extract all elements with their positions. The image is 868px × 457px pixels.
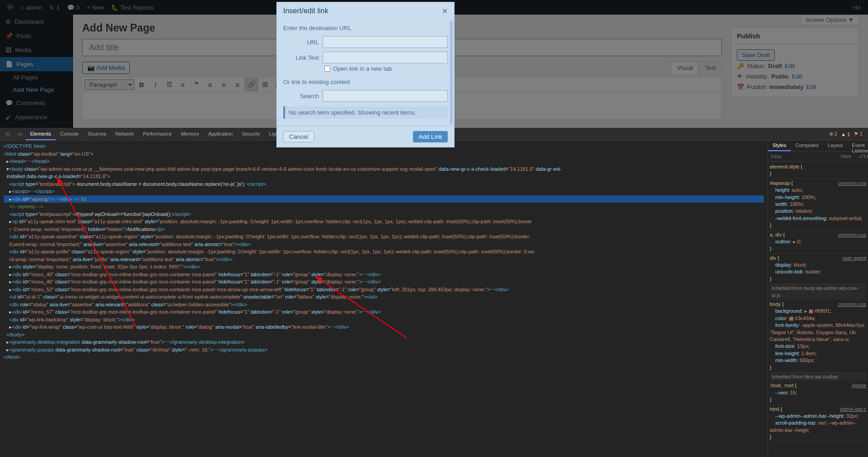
device-icon[interactable]: ▭ [14, 131, 26, 137]
close-icon[interactable]: ✕ [442, 7, 448, 16]
dom-line[interactable]: ▸<div id="wp-link-wrap" class="wp-core-u… [4, 323, 764, 331]
edit-status-link[interactable]: Edit [785, 63, 795, 69]
edit-visibility-link[interactable]: Edit [792, 73, 802, 80]
numbered-list-button[interactable]: ≡ [176, 78, 189, 91]
menu-dashboard[interactable]: ⚙Dashboard [0, 15, 73, 29]
dom-line[interactable]: ▾<body class="wp-admin wp-core-ui js __f… [4, 165, 764, 173]
dom-line[interactable]: rd-wrap: normal !important;" aria-live="… [4, 256, 764, 263]
add-media-button[interactable]: 📷Add Media [82, 62, 130, 74]
or-link-label: Or link to existing content [283, 76, 448, 88]
dom-line[interactable]: <!-- wpwrap --> [4, 203, 764, 210]
devtools-tab-application[interactable]: Application [204, 128, 238, 140]
submenu-add-new[interactable]: Add New Page [0, 84, 73, 96]
dom-line[interactable]: r: 0;word-wrap: normal !important;" hidd… [4, 226, 764, 233]
dom-line[interactable]: ▸<div id="wpwrap">⋯</div> == $0 [4, 195, 764, 203]
test-reports[interactable]: 🐛Test Reports [107, 4, 157, 11]
inspect-icon[interactable]: ◰ [2, 131, 14, 137]
dom-line[interactable]: <script type="text/javascript"> document… [4, 180, 764, 188]
comment-icon: 💬 [5, 100, 13, 106]
issue-count[interactable]: ⚑ 1 [854, 131, 863, 137]
updates[interactable]: ↻1 [46, 4, 63, 11]
dom-line[interactable]: <div role="status" aria-live="assertive"… [4, 301, 764, 309]
align-center-button[interactable]: ≡ [217, 78, 230, 91]
site-link[interactable]: ⌂admin [17, 4, 46, 11]
screen-options-button[interactable]: Screen Options ▼ [800, 15, 859, 25]
link-text-input[interactable] [323, 52, 448, 63]
dom-tree[interactable]: <!DOCTYPE html><html class="wp-toolbar" … [0, 141, 767, 457]
dom-line[interactable]: ▸<div id="mceu_52" class="mce-toolbar-gr… [4, 286, 764, 294]
styles-rules[interactable]: element.style {}#wpwrap {common.cssheigh… [768, 162, 868, 457]
dom-line[interactable]: <div id="a11y-speak-assertive" class="a1… [4, 233, 764, 241]
bold-button[interactable]: B [135, 78, 148, 91]
dom-line[interactable]: ▸<script>⋯</script> [4, 188, 764, 195]
dom-line[interactable]: <script type="text/javascript">if(typeof… [4, 210, 764, 218]
fullscreen-icon[interactable]: ⛶ [858, 1, 864, 8]
devtools-tab-memory[interactable]: Memory [176, 128, 204, 140]
styles-tab-event listener[interactable]: Event Listener [847, 141, 868, 151]
dom-line[interactable]: installed data-new-gr-c-s-loaded="14.118… [4, 173, 764, 180]
styles-tabs: StylesComputedLayoutEvent Listener [768, 141, 868, 152]
dashboard-icon: ⚙ [5, 18, 11, 25]
dom-line[interactable]: </body> [4, 331, 764, 339]
link-button[interactable]: 🔗 [245, 78, 258, 91]
dom-line[interactable]: ▸<head>⋯</head> [4, 158, 764, 165]
new-content[interactable]: +New [83, 4, 108, 11]
wp-logo[interactable]: ⓦ [4, 3, 17, 11]
dom-line[interactable]: ▸<div id="mceu_46" class="mce-toolbar-gr… [4, 278, 764, 286]
comments-count[interactable]: 💬0 [64, 4, 83, 11]
align-left-button[interactable]: ≡ [204, 78, 217, 91]
hov-toggle[interactable]: :hov [836, 152, 854, 161]
format-select[interactable]: Paragraph [85, 79, 134, 90]
cls-toggle[interactable]: .cls [854, 152, 868, 161]
devtools-tab-elements[interactable]: Elements [26, 128, 56, 140]
visual-tab[interactable]: Visual [671, 62, 699, 74]
plus-icon: + [87, 4, 90, 11]
dom-line[interactable]: <ul id="ui-id-1" class="ui-menu ui-widge… [4, 293, 764, 301]
new-tab-checkbox[interactable] [324, 66, 330, 72]
dom-line[interactable]: ▸<div style="display: none; position: fi… [4, 263, 764, 271]
bullet-list-button[interactable]: ☰ [163, 78, 175, 91]
dom-line[interactable]: ▸<p id="a11y-speak-intro-text" class="a1… [4, 218, 764, 226]
dom-line[interactable]: ▸<div id="mceu_40" class="mce-toolbar-gr… [4, 271, 764, 278]
dom-line[interactable]: </html> [4, 353, 764, 361]
dom-line[interactable]: <div id="wp-link-backdrop" style="displa… [4, 316, 764, 324]
search-input[interactable] [323, 90, 448, 102]
dom-line[interactable]: <div id="a11y-speak-polite" class="a11y-… [4, 248, 764, 256]
styles-tab-styles[interactable]: Styles [768, 141, 791, 151]
dom-line[interactable]: ▸<grammarly-desktop-integration data-gra… [4, 338, 764, 346]
key-icon: 🔑 [737, 63, 744, 69]
menu-pages[interactable]: 📄Pages [0, 57, 73, 71]
submenu-all-pages[interactable]: All Pages [0, 71, 73, 84]
styles-tab-layout[interactable]: Layout [823, 141, 847, 151]
quote-button[interactable]: ❝ [190, 78, 203, 91]
insert-link-modal: Insert/edit link ✕ Enter the destination… [276, 2, 455, 147]
dest-label: Enter the destination URL [283, 22, 448, 34]
dom-line[interactable]: ▸<div id="mceu_57" class="mce-toolbar-gr… [4, 308, 764, 316]
devtools-tab-console[interactable]: Console [56, 128, 83, 140]
error-count[interactable]: ⊗ 2 [829, 131, 837, 137]
devtools-tab-performance[interactable]: Performance [138, 128, 176, 140]
devtools-tab-sources[interactable]: Sources [83, 128, 111, 140]
styles-tab-computed[interactable]: Computed [791, 141, 823, 151]
devtools-tab-network[interactable]: Network [111, 128, 138, 140]
edit-date-link[interactable]: Edit [806, 84, 816, 90]
text-tab[interactable]: Text [699, 62, 722, 74]
dom-line[interactable]: ▸<grammarly-popups data-grammarly-shadow… [4, 346, 764, 354]
menu-comments[interactable]: 💬Comments [0, 96, 73, 110]
menu-posts[interactable]: 📌Posts [0, 29, 73, 43]
save-draft-button[interactable]: Save Draft [737, 49, 775, 61]
more-button[interactable]: ⊞ [259, 78, 271, 91]
cancel-button[interactable]: Cancel [283, 131, 314, 142]
styles-filter-input[interactable] [768, 152, 836, 161]
url-input[interactable] [323, 36, 448, 48]
devtools-tab-security[interactable]: Security [237, 128, 265, 140]
dom-line[interactable]: 0;word-wrap: normal !important;" aria-li… [4, 241, 764, 248]
align-right-button[interactable]: ≡ [231, 78, 244, 91]
menu-media[interactable]: 🖼Media [0, 43, 73, 57]
modal-scrollbar[interactable] [450, 21, 453, 124]
warning-count[interactable]: ▲ 1 [841, 131, 850, 137]
menu-appearance[interactable]: 🖌Appearance [0, 110, 73, 124]
dom-line[interactable]: <html class="wp-toolbar" lang="en-US"> [4, 150, 764, 158]
italic-button[interactable]: I [149, 78, 162, 91]
add-link-button[interactable]: Add Link [413, 131, 448, 142]
